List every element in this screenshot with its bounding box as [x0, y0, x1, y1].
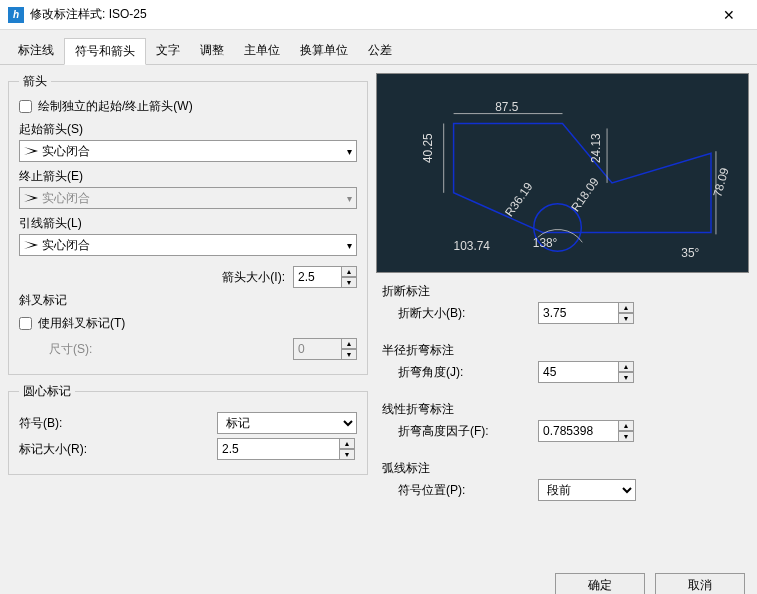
- arc-legend: 弧线标注: [382, 460, 743, 477]
- arrows-legend: 箭头: [19, 73, 51, 90]
- svg-text:87.5: 87.5: [495, 100, 519, 114]
- ok-button[interactable]: 确定: [555, 573, 645, 594]
- chevron-down-icon: ▾: [347, 146, 352, 157]
- arrow-solid-icon: [24, 147, 38, 155]
- center-symbol-label: 符号(B):: [19, 415, 217, 432]
- dimension-preview: 87.5 40.25 24.13 78.09 R18.09 R36.19 138…: [376, 73, 749, 273]
- titlebar: h 修改标注样式: ISO-25 ✕: [0, 0, 757, 30]
- spin-down-icon: ▼: [341, 349, 357, 360]
- svg-text:35°: 35°: [681, 246, 699, 260]
- arrow-size-spinner[interactable]: ▲▼: [293, 266, 357, 288]
- spin-up-icon: ▲: [341, 338, 357, 349]
- chevron-down-icon: ▾: [347, 193, 352, 204]
- leader-arrow-select[interactable]: 实心闭合 ▾: [19, 234, 357, 256]
- tab-0[interactable]: 标注线: [8, 38, 64, 64]
- linear-factor-spinner[interactable]: ▲▼: [538, 420, 634, 442]
- svg-text:R36.19: R36.19: [502, 180, 536, 220]
- svg-text:78.09: 78.09: [710, 166, 731, 199]
- linear-group: 线性折弯标注 折弯高度因子(F): ▲▼: [376, 399, 749, 450]
- linear-factor-input[interactable]: [538, 420, 618, 442]
- spin-up-icon[interactable]: ▲: [618, 302, 634, 313]
- use-diag-checkbox[interactable]: [19, 317, 32, 330]
- diag-size-label: 尺寸(S):: [19, 341, 293, 358]
- chevron-down-icon: ▾: [347, 240, 352, 251]
- tab-6[interactable]: 公差: [358, 38, 402, 64]
- end-arrow-select: 实心闭合 ▾: [19, 187, 357, 209]
- linear-legend: 线性折弯标注: [382, 401, 743, 418]
- tab-4[interactable]: 主单位: [234, 38, 290, 64]
- center-legend: 圆心标记: [19, 383, 75, 400]
- diag-size-spinner: ▲▼: [293, 338, 357, 360]
- arrow-size-input[interactable]: [293, 266, 341, 288]
- tab-5[interactable]: 换算单位: [290, 38, 358, 64]
- radius-angle-spinner[interactable]: ▲▼: [538, 361, 634, 383]
- svg-text:40.25: 40.25: [421, 133, 435, 163]
- spin-up-icon[interactable]: ▲: [339, 438, 355, 449]
- independent-arrows-checkbox[interactable]: [19, 100, 32, 113]
- break-group: 折断标注 折断大小(B): ▲▼: [376, 281, 749, 332]
- center-mark-group: 圆心标记 符号(B): 标记 标记大小(R): ▲▼: [8, 383, 368, 475]
- radius-angle-label: 折弯角度(J):: [398, 364, 538, 381]
- arc-group: 弧线标注 符号位置(P): 段前: [376, 458, 749, 509]
- app-icon: h: [8, 7, 24, 23]
- cancel-button[interactable]: 取消: [655, 573, 745, 594]
- independent-arrows-label: 绘制独立的起始/终止箭头(W): [38, 98, 193, 115]
- svg-text:103.74: 103.74: [454, 239, 491, 253]
- diag-size-input: [293, 338, 341, 360]
- leader-arrow-label: 引线箭头(L): [19, 215, 357, 232]
- arc-pos-select[interactable]: 段前: [538, 479, 636, 501]
- radius-group: 半径折弯标注 折弯角度(J): ▲▼: [376, 340, 749, 391]
- dialog-footer: 确定 取消: [0, 565, 757, 594]
- radius-legend: 半径折弯标注: [382, 342, 743, 359]
- radius-angle-input[interactable]: [538, 361, 618, 383]
- start-arrow-select[interactable]: 实心闭合 ▾: [19, 140, 357, 162]
- window-title: 修改标注样式: ISO-25: [30, 6, 709, 23]
- tab-1[interactable]: 符号和箭头: [64, 38, 146, 65]
- start-arrow-label: 起始箭头(S): [19, 121, 357, 138]
- spin-up-icon[interactable]: ▲: [618, 420, 634, 431]
- center-size-spinner[interactable]: ▲▼: [217, 438, 357, 460]
- svg-text:R18.09: R18.09: [568, 175, 602, 215]
- linear-factor-label: 折弯高度因子(F):: [398, 423, 538, 440]
- break-legend: 折断标注: [382, 283, 743, 300]
- spin-down-icon[interactable]: ▼: [618, 372, 634, 383]
- svg-text:24.13: 24.13: [589, 133, 603, 163]
- arrow-solid-icon: [24, 241, 38, 249]
- spin-down-icon[interactable]: ▼: [339, 449, 355, 460]
- center-size-label: 标记大小(R):: [19, 441, 217, 458]
- diag-legend: 斜叉标记: [19, 292, 357, 309]
- arrow-solid-icon: [24, 194, 38, 202]
- spin-up-icon[interactable]: ▲: [618, 361, 634, 372]
- close-button[interactable]: ✕: [709, 0, 749, 30]
- tab-2[interactable]: 文字: [146, 38, 190, 64]
- break-size-input[interactable]: [538, 302, 618, 324]
- center-size-input[interactable]: [217, 438, 339, 460]
- spin-down-icon[interactable]: ▼: [341, 277, 357, 288]
- arc-pos-label: 符号位置(P):: [398, 482, 538, 499]
- spin-down-icon[interactable]: ▼: [618, 313, 634, 324]
- break-size-spinner[interactable]: ▲▼: [538, 302, 634, 324]
- spin-down-icon[interactable]: ▼: [618, 431, 634, 442]
- break-size-label: 折断大小(B):: [398, 305, 538, 322]
- spin-up-icon[interactable]: ▲: [341, 266, 357, 277]
- end-arrow-label: 终止箭头(E): [19, 168, 357, 185]
- svg-text:138°: 138°: [533, 236, 558, 250]
- tab-strip: 标注线符号和箭头文字调整主单位换算单位公差: [0, 30, 757, 65]
- arrow-size-label: 箭头大小(I):: [222, 269, 285, 286]
- use-diag-label: 使用斜叉标记(T): [38, 315, 125, 332]
- tab-3[interactable]: 调整: [190, 38, 234, 64]
- center-symbol-select[interactable]: 标记: [217, 412, 357, 434]
- arrows-group: 箭头 绘制独立的起始/终止箭头(W) 起始箭头(S) 实心闭合 ▾ 终止箭头(E…: [8, 73, 368, 375]
